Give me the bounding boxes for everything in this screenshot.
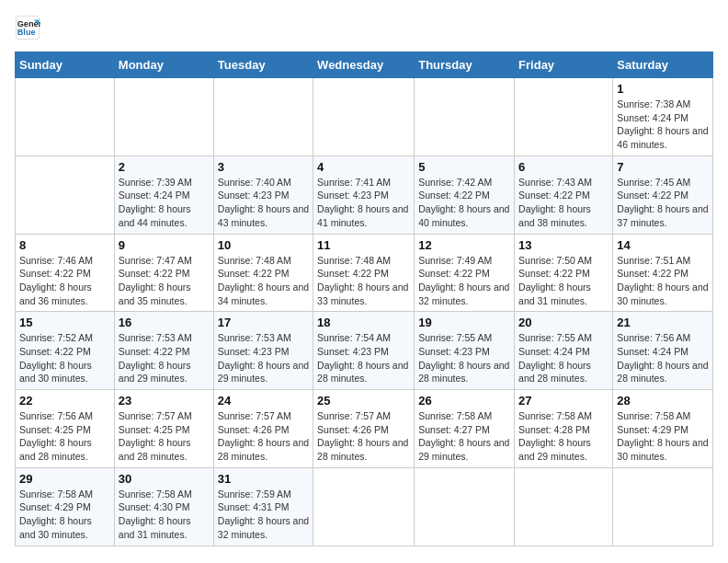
day-info: Sunrise: 7:50 AM Sunset: 4:22 PM Dayligh… xyxy=(518,254,609,308)
calendar-cell: 29 Sunrise: 7:58 AM Sunset: 4:29 PM Dayl… xyxy=(16,467,115,546)
calendar-cell: 4 Sunrise: 7:41 AM Sunset: 4:23 PM Dayli… xyxy=(313,155,415,234)
calendar-cell: 16 Sunrise: 7:53 AM Sunset: 4:22 PM Dayl… xyxy=(114,312,213,390)
day-info: Sunrise: 7:42 AM Sunset: 4:22 PM Dayligh… xyxy=(418,176,510,230)
day-number: 25 xyxy=(317,394,410,408)
calendar-cell: 5 Sunrise: 7:42 AM Sunset: 4:22 PM Dayli… xyxy=(415,155,515,234)
calendar-cell: 22 Sunrise: 7:56 AM Sunset: 4:25 PM Dayl… xyxy=(16,390,115,468)
day-info: Sunrise: 7:39 AM Sunset: 4:24 PM Dayligh… xyxy=(119,176,210,230)
calendar-cell xyxy=(313,467,415,546)
calendar-cell: 1 Sunrise: 7:38 AM Sunset: 4:24 PM Dayli… xyxy=(613,78,713,156)
day-info: Sunrise: 7:58 AM Sunset: 4:27 PM Dayligh… xyxy=(418,409,510,464)
calendar-cell: 2 Sunrise: 7:39 AM Sunset: 4:24 PM Dayli… xyxy=(114,155,213,234)
calendar-cell: 7 Sunrise: 7:45 AM Sunset: 4:22 PM Dayli… xyxy=(613,155,713,234)
calendar-cell: 3 Sunrise: 7:40 AM Sunset: 4:23 PM Dayli… xyxy=(213,155,313,234)
day-number: 11 xyxy=(317,238,410,252)
day-number: 6 xyxy=(518,160,609,174)
day-info: Sunrise: 7:56 AM Sunset: 4:25 PM Dayligh… xyxy=(19,409,110,464)
calendar-cell xyxy=(16,78,115,156)
col-header-friday: Friday xyxy=(515,52,613,78)
calendar-cell: 15 Sunrise: 7:52 AM Sunset: 4:22 PM Dayl… xyxy=(16,312,115,390)
calendar-cell: 31 Sunrise: 7:59 AM Sunset: 4:31 PM Dayl… xyxy=(213,467,313,546)
calendar-cell: 30 Sunrise: 7:58 AM Sunset: 4:30 PM Dayl… xyxy=(114,467,213,546)
day-info: Sunrise: 7:38 AM Sunset: 4:24 PM Dayligh… xyxy=(617,98,709,152)
day-number: 4 xyxy=(317,160,410,174)
day-number: 31 xyxy=(218,472,309,486)
calendar-cell xyxy=(415,467,515,546)
calendar-cell: 17 Sunrise: 7:53 AM Sunset: 4:23 PM Dayl… xyxy=(213,312,313,390)
calendar-cell xyxy=(415,78,515,156)
day-info: Sunrise: 7:57 AM Sunset: 4:25 PM Dayligh… xyxy=(119,409,210,464)
calendar-cell: 20 Sunrise: 7:55 AM Sunset: 4:24 PM Dayl… xyxy=(515,312,613,390)
day-number: 1 xyxy=(617,82,709,96)
day-info: Sunrise: 7:58 AM Sunset: 4:28 PM Dayligh… xyxy=(518,409,609,464)
day-info: Sunrise: 7:53 AM Sunset: 4:23 PM Dayligh… xyxy=(218,331,309,385)
day-info: Sunrise: 7:58 AM Sunset: 4:29 PM Dayligh… xyxy=(19,488,110,542)
day-info: Sunrise: 7:52 AM Sunset: 4:22 PM Dayligh… xyxy=(19,331,110,385)
col-header-wednesday: Wednesday xyxy=(313,52,415,78)
calendar-cell: 19 Sunrise: 7:55 AM Sunset: 4:23 PM Dayl… xyxy=(415,312,515,390)
day-number: 2 xyxy=(119,160,210,174)
day-number: 23 xyxy=(119,394,210,408)
calendar-row: 29 Sunrise: 7:58 AM Sunset: 4:29 PM Dayl… xyxy=(16,467,713,546)
day-info: Sunrise: 7:40 AM Sunset: 4:23 PM Dayligh… xyxy=(218,176,309,230)
day-info: Sunrise: 7:57 AM Sunset: 4:26 PM Dayligh… xyxy=(317,409,410,464)
day-info: Sunrise: 7:49 AM Sunset: 4:22 PM Dayligh… xyxy=(418,254,510,308)
calendar-cell: 14 Sunrise: 7:51 AM Sunset: 4:22 PM Dayl… xyxy=(613,234,713,312)
calendar-cell: 10 Sunrise: 7:48 AM Sunset: 4:22 PM Dayl… xyxy=(213,234,313,312)
day-info: Sunrise: 7:48 AM Sunset: 4:22 PM Dayligh… xyxy=(218,254,309,308)
day-number: 13 xyxy=(518,238,609,252)
calendar-cell xyxy=(313,78,415,156)
calendar-cell xyxy=(114,78,213,156)
calendar-cell: 11 Sunrise: 7:48 AM Sunset: 4:22 PM Dayl… xyxy=(313,234,415,312)
calendar-row: 2 Sunrise: 7:39 AM Sunset: 4:24 PM Dayli… xyxy=(16,155,713,234)
day-info: Sunrise: 7:43 AM Sunset: 4:22 PM Dayligh… xyxy=(518,176,609,230)
day-number: 16 xyxy=(119,316,210,329)
day-info: Sunrise: 7:47 AM Sunset: 4:22 PM Dayligh… xyxy=(119,254,210,308)
day-info: Sunrise: 7:55 AM Sunset: 4:23 PM Dayligh… xyxy=(418,331,510,385)
day-number: 19 xyxy=(418,316,510,329)
day-number: 20 xyxy=(518,316,609,329)
calendar-cell: 18 Sunrise: 7:54 AM Sunset: 4:23 PM Dayl… xyxy=(313,312,415,390)
col-header-thursday: Thursday xyxy=(415,52,515,78)
day-number: 30 xyxy=(119,472,210,486)
calendar-cell: 8 Sunrise: 7:46 AM Sunset: 4:22 PM Dayli… xyxy=(16,234,115,312)
day-number: 27 xyxy=(518,394,609,408)
day-info: Sunrise: 7:57 AM Sunset: 4:26 PM Dayligh… xyxy=(218,409,309,464)
day-number: 28 xyxy=(617,394,709,408)
day-number: 26 xyxy=(418,394,510,408)
calendar-cell xyxy=(213,78,313,156)
calendar-cell: 12 Sunrise: 7:49 AM Sunset: 4:22 PM Dayl… xyxy=(415,234,515,312)
day-number: 22 xyxy=(19,394,110,408)
day-info: Sunrise: 7:58 AM Sunset: 4:29 PM Dayligh… xyxy=(617,409,709,464)
day-number: 18 xyxy=(317,316,410,329)
day-number: 17 xyxy=(218,316,309,329)
calendar-cell: 27 Sunrise: 7:58 AM Sunset: 4:28 PM Dayl… xyxy=(515,390,613,468)
calendar-row: 15 Sunrise: 7:52 AM Sunset: 4:22 PM Dayl… xyxy=(16,312,713,390)
calendar-cell: 25 Sunrise: 7:57 AM Sunset: 4:26 PM Dayl… xyxy=(313,390,415,468)
calendar-cell xyxy=(515,467,613,546)
day-info: Sunrise: 7:48 AM Sunset: 4:22 PM Dayligh… xyxy=(317,254,410,308)
calendar-row: 1 Sunrise: 7:38 AM Sunset: 4:24 PM Dayli… xyxy=(16,78,713,156)
day-info: Sunrise: 7:55 AM Sunset: 4:24 PM Dayligh… xyxy=(518,331,609,385)
day-number: 12 xyxy=(418,238,510,252)
calendar-cell: 6 Sunrise: 7:43 AM Sunset: 4:22 PM Dayli… xyxy=(515,155,613,234)
day-info: Sunrise: 7:54 AM Sunset: 4:23 PM Dayligh… xyxy=(317,331,410,385)
col-header-tuesday: Tuesday xyxy=(213,52,313,78)
day-number: 15 xyxy=(19,316,110,329)
calendar-cell: 13 Sunrise: 7:50 AM Sunset: 4:22 PM Dayl… xyxy=(515,234,613,312)
col-header-monday: Monday xyxy=(114,52,213,78)
calendar-cell xyxy=(16,155,115,234)
page-header: General Blue xyxy=(15,15,713,40)
day-info: Sunrise: 7:59 AM Sunset: 4:31 PM Dayligh… xyxy=(218,488,309,542)
day-number: 24 xyxy=(218,394,309,408)
day-number: 3 xyxy=(218,160,309,174)
calendar-cell xyxy=(613,467,713,546)
day-info: Sunrise: 7:45 AM Sunset: 4:22 PM Dayligh… xyxy=(617,176,709,230)
calendar-cell xyxy=(515,78,613,156)
col-header-sunday: Sunday xyxy=(16,52,115,78)
day-number: 21 xyxy=(617,316,709,329)
day-info: Sunrise: 7:53 AM Sunset: 4:22 PM Dayligh… xyxy=(119,331,210,385)
logo: General Blue xyxy=(15,15,44,40)
day-info: Sunrise: 7:41 AM Sunset: 4:23 PM Dayligh… xyxy=(317,176,410,230)
calendar-row: 22 Sunrise: 7:56 AM Sunset: 4:25 PM Dayl… xyxy=(16,390,713,468)
